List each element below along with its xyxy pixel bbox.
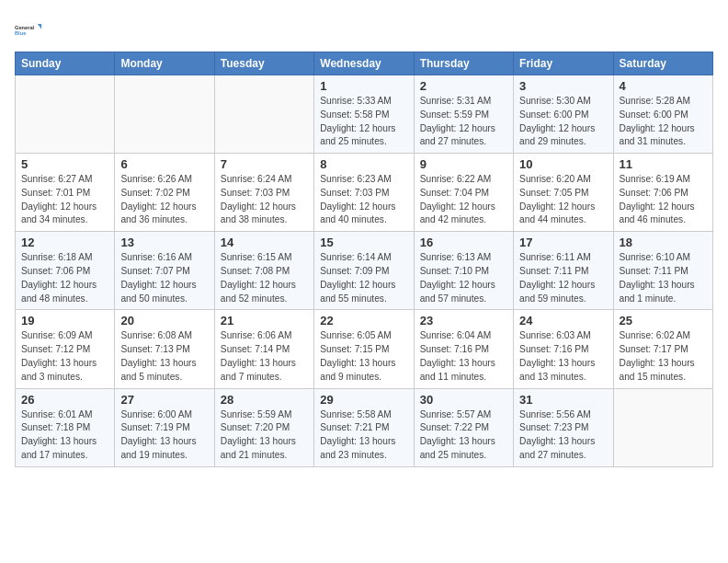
calendar-cell: 18Sunrise: 6:10 AMSunset: 7:11 PMDayligh… [613,232,712,310]
calendar-cell: 14Sunrise: 6:15 AMSunset: 7:08 PMDayligh… [214,232,313,310]
day-info: Sunrise: 6:20 AMSunset: 7:05 PMDaylight:… [519,173,607,227]
calendar-cell: 8Sunrise: 6:23 AMSunset: 7:03 PMDaylight… [314,154,414,232]
day-number: 25 [620,314,707,327]
calendar-cell [16,75,115,154]
logo-icon: GeneralBlue [15,15,44,44]
day-info: Sunrise: 6:04 AMSunset: 7:16 PMDaylight:… [420,329,507,384]
calendar-cell: 24Sunrise: 6:03 AMSunset: 7:16 PMDayligh… [514,310,613,388]
calendar-cell: 3Sunrise: 5:30 AMSunset: 6:00 PMDaylight… [514,75,613,154]
day-number: 6 [120,157,208,171]
calendar-cell: 5Sunrise: 6:27 AMSunset: 7:01 PMDaylight… [16,154,115,232]
calendar-cell: 30Sunrise: 5:57 AMSunset: 7:22 PMDayligh… [414,388,513,466]
calendar-cell: 31Sunrise: 5:56 AMSunset: 7:23 PMDayligh… [514,388,613,466]
day-number: 7 [221,157,308,171]
calendar-cell: 1Sunrise: 5:33 AMSunset: 5:58 PMDaylight… [314,75,414,154]
calendar-cell: 20Sunrise: 6:08 AMSunset: 7:13 PMDayligh… [115,310,214,388]
calendar-week-4: 19Sunrise: 6:09 AMSunset: 7:12 PMDayligh… [16,310,713,388]
day-number: 31 [519,393,607,407]
day-info: Sunrise: 5:57 AMSunset: 7:22 PMDaylight:… [420,408,507,463]
calendar-week-2: 5Sunrise: 6:27 AMSunset: 7:01 PMDaylight… [16,154,713,232]
day-number: 26 [21,393,108,407]
calendar-cell: 10Sunrise: 6:20 AMSunset: 7:05 PMDayligh… [514,154,613,232]
day-info: Sunrise: 6:26 AMSunset: 7:02 PMDaylight:… [120,173,208,227]
day-info: Sunrise: 6:09 AMSunset: 7:12 PMDaylight:… [21,329,108,384]
day-info: Sunrise: 6:13 AMSunset: 7:10 PMDaylight:… [420,251,507,305]
day-number: 20 [120,314,208,327]
calendar-cell: 22Sunrise: 6:05 AMSunset: 7:15 PMDayligh… [314,310,414,388]
day-info: Sunrise: 6:08 AMSunset: 7:13 PMDaylight:… [120,329,208,384]
day-number: 12 [21,236,108,249]
day-info: Sunrise: 6:27 AMSunset: 7:01 PMDaylight:… [21,173,108,227]
day-number: 2 [420,79,507,93]
header-saturday: Saturday [613,52,712,75]
day-info: Sunrise: 6:15 AMSunset: 7:08 PMDaylight:… [221,251,308,305]
day-info: Sunrise: 6:18 AMSunset: 7:06 PMDaylight:… [21,251,108,305]
header-wednesday: Wednesday [314,52,414,75]
day-number: 9 [420,157,507,171]
header-thursday: Thursday [414,52,513,75]
calendar-cell [214,75,313,154]
day-number: 14 [221,236,308,249]
day-info: Sunrise: 5:58 AMSunset: 7:21 PMDaylight:… [320,408,407,463]
day-number: 22 [320,314,407,327]
page-header: GeneralBlue [15,15,713,44]
calendar-week-3: 12Sunrise: 6:18 AMSunset: 7:06 PMDayligh… [16,232,713,310]
svg-text:Blue: Blue [15,30,26,36]
day-info: Sunrise: 5:28 AMSunset: 6:00 PMDaylight:… [620,95,707,149]
calendar-cell: 6Sunrise: 6:26 AMSunset: 7:02 PMDaylight… [115,154,214,232]
day-number: 29 [320,393,407,407]
day-number: 16 [420,236,507,249]
calendar-cell: 11Sunrise: 6:19 AMSunset: 7:06 PMDayligh… [613,154,712,232]
day-info: Sunrise: 5:33 AMSunset: 5:58 PMDaylight:… [320,95,407,149]
day-info: Sunrise: 6:10 AMSunset: 7:11 PMDaylight:… [620,251,707,305]
day-number: 17 [519,236,607,249]
day-info: Sunrise: 5:59 AMSunset: 7:20 PMDaylight:… [221,408,308,463]
day-number: 28 [221,393,308,407]
day-number: 15 [320,236,407,249]
day-info: Sunrise: 5:56 AMSunset: 7:23 PMDaylight:… [519,408,607,463]
svg-marker-2 [38,24,41,29]
calendar-week-1: 1Sunrise: 5:33 AMSunset: 5:58 PMDaylight… [16,75,713,154]
day-info: Sunrise: 6:19 AMSunset: 7:06 PMDaylight:… [620,173,707,227]
day-info: Sunrise: 6:23 AMSunset: 7:03 PMDaylight:… [320,173,407,227]
day-info: Sunrise: 5:31 AMSunset: 5:59 PMDaylight:… [420,95,507,149]
day-info: Sunrise: 6:11 AMSunset: 7:11 PMDaylight:… [519,251,607,305]
calendar-header-row: SundayMondayTuesdayWednesdayThursdayFrid… [16,52,713,75]
header-friday: Friday [514,52,613,75]
day-number: 18 [620,236,707,249]
calendar-week-5: 26Sunrise: 6:01 AMSunset: 7:18 PMDayligh… [16,388,713,466]
day-number: 1 [320,79,407,93]
day-info: Sunrise: 5:30 AMSunset: 6:00 PMDaylight:… [519,95,607,149]
day-number: 13 [120,236,208,249]
calendar-cell: 28Sunrise: 5:59 AMSunset: 7:20 PMDayligh… [214,388,313,466]
header-monday: Monday [115,52,214,75]
day-number: 19 [21,314,108,327]
calendar-cell: 23Sunrise: 6:04 AMSunset: 7:16 PMDayligh… [414,310,513,388]
day-number: 4 [620,79,707,93]
day-info: Sunrise: 6:14 AMSunset: 7:09 PMDaylight:… [320,251,407,305]
calendar-cell: 16Sunrise: 6:13 AMSunset: 7:10 PMDayligh… [414,232,513,310]
day-number: 8 [320,157,407,171]
day-info: Sunrise: 6:16 AMSunset: 7:07 PMDaylight:… [120,251,208,305]
day-number: 21 [221,314,308,327]
day-number: 23 [420,314,507,327]
calendar-cell: 27Sunrise: 6:00 AMSunset: 7:19 PMDayligh… [115,388,214,466]
calendar-table: SundayMondayTuesdayWednesdayThursdayFrid… [15,52,713,467]
calendar-cell: 15Sunrise: 6:14 AMSunset: 7:09 PMDayligh… [314,232,414,310]
calendar-cell: 25Sunrise: 6:02 AMSunset: 7:17 PMDayligh… [613,310,712,388]
calendar-cell: 7Sunrise: 6:24 AMSunset: 7:03 PMDaylight… [214,154,313,232]
header-tuesday: Tuesday [214,52,313,75]
day-number: 11 [620,157,707,171]
day-info: Sunrise: 6:22 AMSunset: 7:04 PMDaylight:… [420,173,507,227]
day-info: Sunrise: 6:01 AMSunset: 7:18 PMDaylight:… [21,408,108,463]
logo: GeneralBlue [15,15,44,44]
day-info: Sunrise: 6:02 AMSunset: 7:17 PMDaylight:… [620,329,707,384]
calendar-cell: 19Sunrise: 6:09 AMSunset: 7:12 PMDayligh… [16,310,115,388]
day-number: 30 [420,393,507,407]
day-info: Sunrise: 6:06 AMSunset: 7:14 PMDaylight:… [221,329,308,384]
day-info: Sunrise: 6:00 AMSunset: 7:19 PMDaylight:… [120,408,208,463]
calendar-cell: 17Sunrise: 6:11 AMSunset: 7:11 PMDayligh… [514,232,613,310]
calendar-cell: 26Sunrise: 6:01 AMSunset: 7:18 PMDayligh… [16,388,115,466]
day-info: Sunrise: 6:05 AMSunset: 7:15 PMDaylight:… [320,329,407,384]
day-number: 5 [21,157,108,171]
